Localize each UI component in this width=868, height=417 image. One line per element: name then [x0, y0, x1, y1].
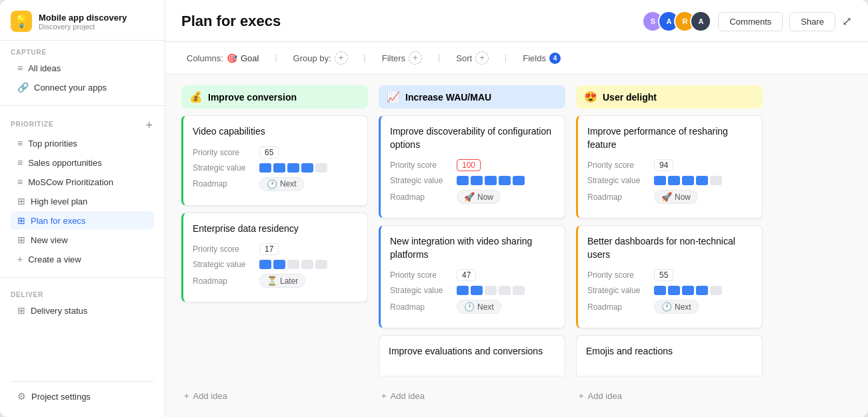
sidebar-item-moscow[interactable]: ≡ MoSCow Prioritization: [11, 173, 154, 191]
card-enterprise-data: Enterprise data residency Priority score…: [181, 212, 368, 303]
sidebar-item-delivery-status[interactable]: ⊞ Delivery status: [11, 301, 154, 320]
roadmap-badge[interactable]: 🚀 Now: [457, 190, 501, 204]
card-improve-evaluations: Improve evaluations and conversions: [379, 335, 565, 376]
gear-icon: ⚙: [17, 391, 26, 402]
sidebar-item-all-ideas[interactable]: ≡ All ideas: [11, 59, 154, 77]
prioritize-add-button[interactable]: +: [144, 119, 154, 131]
column-user-delight: 😍 User delight Improve performance of re…: [576, 85, 763, 406]
add-idea-button[interactable]: + Add idea: [181, 386, 368, 406]
fields-control[interactable]: Fields 4: [517, 50, 566, 67]
dot: [287, 260, 299, 269]
priority-score-field: Priority score 47: [390, 269, 555, 281]
dot: [485, 286, 497, 295]
field-label: Priority score: [193, 148, 259, 157]
comments-button[interactable]: Comments: [718, 12, 783, 31]
dot: [654, 286, 666, 295]
roadmap-badge[interactable]: 🕐 Next: [457, 300, 501, 314]
add-idea-label: Add idea: [391, 391, 425, 401]
cards-container: Improve discoverability of configuration…: [379, 115, 565, 383]
roadmap-field: Roadmap 🕐 Next: [390, 300, 555, 314]
link-icon: 🔗: [17, 82, 29, 93]
board: 💰 Improve conversion Video capabilities …: [165, 75, 868, 417]
progress-dots: [259, 163, 327, 173]
sidebar-item-connect-apps[interactable]: 🔗 Connect your apps: [11, 78, 154, 97]
sidebar-item-label: Delivery status: [31, 306, 87, 316]
card-better-dashboards: Better dashboards for non-technical user…: [576, 225, 763, 328]
grid-icon: ⊞: [17, 196, 25, 207]
card-title: Enterprise data residency: [193, 222, 358, 236]
score-badge: 65: [259, 147, 279, 159]
dot: [287, 163, 299, 173]
column-title: Improve conversion: [208, 92, 297, 103]
roadmap-field: Roadmap ⏳ Later: [193, 274, 358, 288]
card-title: Improve discoverability of configuration…: [390, 125, 555, 151]
sidebar-item-top-priorities[interactable]: ≡ Top priorities: [11, 134, 154, 153]
field-label: Roadmap: [390, 193, 457, 202]
dot: [499, 176, 511, 185]
dot: [654, 176, 666, 185]
card-title: Better dashboards for non-technical user…: [587, 235, 753, 261]
sidebar-item-sales-opportunities[interactable]: ≡ Sales opportunities: [11, 153, 154, 172]
cards-container: Improve performance of resharing feature…: [576, 115, 763, 383]
sort-control[interactable]: Sort +: [451, 49, 494, 67]
expand-button[interactable]: ⤢: [842, 14, 852, 29]
sidebar-item-plan-for-execs[interactable]: ⊞ Plan for execs: [11, 211, 154, 230]
sidebar-header: 💡 Mobile app discovery Discovery project: [0, 0, 165, 41]
roadmap-emoji: ⏳: [267, 276, 277, 286]
share-button[interactable]: Share: [789, 12, 835, 31]
dot: [315, 163, 327, 173]
score-badge: 94: [654, 159, 673, 171]
dot: [457, 176, 469, 185]
separator: |: [505, 53, 507, 63]
goal-label: Goal: [241, 53, 259, 63]
card-new-integration: New integration with video sharing platf…: [379, 225, 565, 328]
dot: [315, 260, 327, 269]
priority-score-field: Priority score 65: [193, 147, 358, 159]
sidebar: 💡 Mobile app discovery Discovery project…: [0, 0, 165, 417]
field-label: Priority score: [390, 161, 457, 170]
dot: [696, 286, 708, 295]
dot: [668, 176, 680, 185]
sort-add-btn[interactable]: +: [475, 51, 489, 65]
roadmap-badge[interactable]: 🕐 Next: [654, 300, 699, 314]
strategic-value-field: Strategic value: [193, 260, 358, 269]
roadmap-emoji: 🕐: [464, 302, 475, 312]
add-idea-button[interactable]: + Add idea: [576, 386, 763, 406]
roadmap-badge[interactable]: 🚀 Now: [654, 190, 698, 204]
filters-add-btn[interactable]: +: [409, 51, 422, 65]
progress-dots: [654, 176, 722, 185]
fields-label: Fields: [523, 53, 546, 63]
roadmap-emoji: 🕐: [661, 302, 672, 312]
field-label: Strategic value: [587, 286, 654, 295]
sidebar-item-create-view[interactable]: + Create a view: [11, 250, 154, 268]
add-icon: +: [381, 391, 387, 401]
sidebar-item-new-view[interactable]: ⊞ New view: [11, 230, 154, 249]
sidebar-item-label: Sales opportunities: [28, 158, 102, 168]
add-group-btn[interactable]: +: [335, 51, 348, 65]
roadmap-emoji: 🚀: [464, 192, 475, 202]
roadmap-badge[interactable]: ⏳ Later: [259, 274, 305, 288]
priority-score-field: Priority score 55: [587, 269, 753, 281]
sidebar-item-label: Create a view: [28, 254, 81, 264]
progress-dots: [457, 176, 525, 185]
dot: [499, 286, 511, 295]
sidebar-item-project-settings[interactable]: ⚙ Project settings: [11, 387, 154, 406]
dot: [301, 260, 313, 269]
group-by-control[interactable]: Group by: +: [288, 49, 353, 67]
sidebar-item-high-level-plan[interactable]: ⊞ High level plan: [11, 192, 154, 210]
roadmap-badge[interactable]: 🕐 Next: [259, 177, 304, 191]
filters-control[interactable]: Filters +: [377, 49, 427, 67]
field-label: Strategic value: [390, 176, 457, 185]
sidebar-item-label: New view: [31, 235, 68, 245]
column-header-improve-conversion: 💰 Improve conversion: [181, 85, 368, 109]
dot: [682, 286, 694, 295]
score-badge: 55: [654, 269, 673, 281]
add-idea-button[interactable]: + Add idea: [379, 386, 565, 406]
title-row: Plan for execs: [181, 13, 281, 39]
list-icon: ≡: [17, 138, 23, 149]
columns-control[interactable]: Columns: 🎯 Goal: [181, 51, 264, 66]
prioritize-section: PRIORITIZE + ≡ Top priorities ≡ Sales op…: [0, 111, 165, 272]
column-emoji: 😍: [584, 91, 597, 103]
field-label: Roadmap: [390, 302, 457, 312]
sort-label: Sort: [456, 53, 472, 63]
